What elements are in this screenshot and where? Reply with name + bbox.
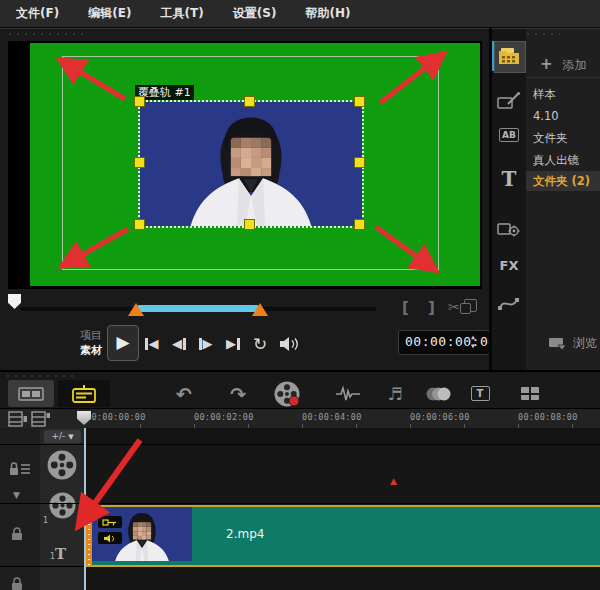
library-folder-item[interactable]: 真人出镜 — [526, 150, 600, 170]
menu-file[interactable]: 文件(F) — [8, 0, 67, 27]
triangle-left-icon: ◀ — [149, 337, 159, 351]
library-folder-item[interactable]: 4.10 — [526, 106, 600, 126]
timecode-spin-up-icon[interactable]: ▲ — [471, 334, 475, 340]
plus-icon: + — [540, 55, 553, 73]
nav-item-graphics[interactable] — [494, 215, 524, 243]
volume-button[interactable] — [279, 335, 299, 353]
template-wand-icon — [497, 91, 521, 111]
menu-help[interactable]: 帮助(H) — [298, 0, 359, 27]
clip-mode-label[interactable]: 素材 — [70, 343, 102, 358]
split-clip-icon[interactable]: ✂ — [448, 299, 460, 315]
trim-range-bar[interactable] — [138, 305, 258, 312]
nav-item-filter[interactable]: FX — [494, 251, 524, 279]
divider — [526, 77, 600, 78]
preview-panel: 覆叠轨 #1 [ ] ✂ — [0, 28, 489, 371]
motion-path-icon — [497, 293, 521, 313]
resize-handle-s[interactable] — [244, 219, 255, 230]
browse-icon — [548, 337, 568, 351]
menu-bar: 文件(F) 编辑(E) 工具(T) 设置(S) 帮助(H) — [0, 0, 600, 28]
play-button[interactable]: ▶ — [107, 325, 139, 361]
browse-button[interactable]: 浏览 — [548, 335, 597, 352]
resize-handle-n[interactable] — [244, 96, 255, 107]
triangle-right-icon: ▶ — [226, 337, 236, 351]
scrubber-thumb[interactable] — [8, 294, 21, 309]
library-folder-item[interactable]: 样本 — [526, 84, 600, 104]
nav-item-title[interactable]: T — [494, 165, 524, 193]
timecode-spin-down-icon[interactable]: ▼ — [471, 343, 475, 349]
go-to-end-button[interactable]: ▶ — [226, 335, 240, 353]
play-icon: ▶ — [116, 332, 129, 352]
repeat-icon: ↻ — [253, 336, 267, 352]
go-to-start-button[interactable]: ◀ — [145, 335, 159, 353]
nav-item-motion-path[interactable] — [494, 289, 524, 317]
resize-handle-ne[interactable] — [354, 96, 365, 107]
add-label: 添加 — [563, 58, 587, 72]
nav-item-instant-project[interactable] — [494, 87, 524, 115]
library-nav-strip: AB T FX — [492, 29, 526, 371]
resize-handle-nw[interactable] — [134, 96, 145, 107]
library-gallery: +添加 样本 4.10 文件夹 真人出镜 文件夹 (2) 浏览 — [526, 29, 600, 371]
menu-settings[interactable]: 设置(S) — [225, 0, 285, 27]
timeline-panel: ↶ ↷ ♬ — [0, 370, 600, 590]
project-mode-label[interactable]: 项目 — [70, 328, 102, 343]
nav-item-media[interactable] — [494, 41, 526, 73]
media-folder-icon — [498, 47, 520, 65]
add-folder-button[interactable]: +添加 — [540, 55, 587, 74]
resize-handle-w[interactable] — [134, 157, 145, 168]
library-folder-item-selected[interactable]: 文件夹 (2) — [526, 171, 600, 191]
library-panel: AB T FX — [492, 28, 600, 371]
library-folder-item[interactable]: 文件夹 — [526, 128, 600, 148]
bar-icon — [145, 338, 148, 350]
enlarge-preview-icon[interactable] — [464, 299, 477, 312]
browse-label: 浏览 — [573, 335, 597, 352]
resize-handle-sw[interactable] — [134, 219, 145, 230]
menu-edit[interactable]: 编辑(E) — [80, 0, 139, 27]
resize-handle-e[interactable] — [354, 157, 365, 168]
next-frame-button[interactable]: ▶ — [199, 335, 213, 353]
speaker-icon — [279, 336, 299, 352]
bar-icon — [199, 338, 202, 350]
resize-handle-se[interactable] — [354, 219, 365, 230]
panel-grip — [6, 32, 86, 36]
video-editor-window: 文件(F) 编辑(E) 工具(T) 设置(S) 帮助(H) 覆叠轨 #1 — [0, 0, 600, 590]
fx-icon: FX — [500, 258, 519, 273]
graphics-gear-icon — [497, 219, 521, 239]
menu-tools[interactable]: 工具(T) — [153, 0, 212, 27]
repeat-button[interactable]: ↻ — [253, 335, 267, 353]
triangle-right-icon: ▶ — [203, 337, 213, 351]
bar-icon — [183, 338, 186, 350]
previous-frame-button[interactable]: ◀ — [172, 335, 186, 353]
transition-ab-icon: AB — [499, 128, 519, 142]
mark-out-icon[interactable]: ] — [428, 299, 435, 317]
bar-icon — [237, 338, 240, 350]
timecode-value: 00:00:00:00 — [405, 334, 497, 349]
mark-in-icon[interactable]: [ — [402, 299, 409, 317]
title-T-icon: T — [502, 167, 517, 191]
nav-item-transition[interactable]: AB — [494, 121, 524, 149]
red-annotation-arrows — [8, 41, 482, 289]
timecode-display[interactable]: 00:00:00:00 ▲ ▼ — [398, 330, 490, 355]
triangle-left-icon: ◀ — [172, 337, 182, 351]
red-annotation-arrow — [0, 372, 600, 590]
preview-viewport[interactable]: 覆叠轨 #1 — [8, 41, 482, 289]
